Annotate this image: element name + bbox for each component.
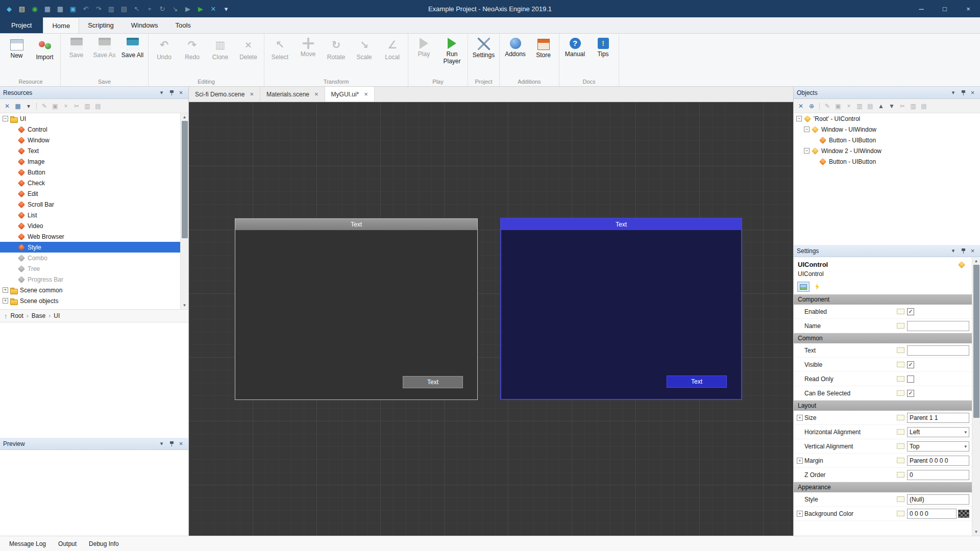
undo-icon[interactable]: ↶	[81, 4, 91, 14]
export-icon[interactable]: ▤	[866, 102, 875, 111]
settings-tab-properties[interactable]	[797, 282, 810, 292]
cut-icon[interactable]: ✂	[72, 102, 81, 111]
default-indicator[interactable]	[897, 458, 904, 463]
panel-menu-icon[interactable]	[157, 88, 166, 97]
resources-scrollbar[interactable]	[180, 113, 188, 309]
resources-item-edit[interactable]: Edit	[0, 188, 180, 199]
up-directory-icon[interactable]: ↑	[4, 312, 8, 320]
resources-item-progress-bar[interactable]: Progress Bar	[0, 274, 180, 285]
app-icon[interactable]: ◆	[4, 4, 14, 14]
close-icon[interactable]	[177, 439, 185, 448]
resources-item-ui[interactable]: −UI	[0, 113, 180, 124]
input-style[interactable]: (Null)	[907, 494, 969, 505]
import-button[interactable]: Import	[31, 35, 59, 77]
dropdown-vertical-alignment[interactable]: Top▾	[907, 441, 969, 452]
resources-item-tree[interactable]: Tree	[0, 263, 180, 274]
copy-icon[interactable]: ▥	[106, 4, 116, 14]
import-icon[interactable]: ◉	[30, 4, 40, 14]
expand-icon[interactable]: +	[797, 511, 803, 517]
objects-item-window-2-uiwindow[interactable]: −Window 2 - UIWindow	[794, 145, 980, 156]
clone-icon[interactable]: ▥	[855, 102, 864, 111]
store-button[interactable]: Store	[529, 35, 557, 77]
delete-icon[interactable]: ×	[61, 102, 70, 111]
checkbox-visible[interactable]: ✓	[907, 361, 914, 368]
objects-item-button-uibutton[interactable]: Button - UIButton	[794, 156, 980, 167]
expand-icon[interactable]: +	[797, 458, 803, 464]
editor-options-icon[interactable]: ✕	[796, 102, 805, 111]
panel-menu-icon[interactable]	[157, 439, 166, 448]
input-name[interactable]	[907, 321, 969, 331]
scale-icon[interactable]: ↘	[170, 4, 180, 14]
canvas-window-1[interactable]: TextText	[235, 218, 478, 400]
scroll-down-icon[interactable]	[181, 302, 188, 309]
checkbox-enabled[interactable]: ✓	[907, 308, 914, 315]
ui-editor-canvas[interactable]: TextTextTextText	[189, 102, 793, 536]
objects-item-window-uiwindow[interactable]: −Window - UIWindow	[794, 124, 980, 135]
default-indicator[interactable]	[897, 443, 904, 449]
manual-button[interactable]: ?Manual	[561, 35, 589, 77]
dropdown-horizontal-alignment[interactable]: Left▾	[907, 427, 969, 437]
paste-icon[interactable]: ▤	[93, 102, 103, 111]
panel-menu-icon[interactable]	[949, 88, 958, 97]
input-size[interactable]: Parent 1 1	[907, 413, 969, 423]
move-icon[interactable]: +	[144, 4, 155, 14]
ui-window-button[interactable]: Text	[403, 376, 463, 388]
tree-expander-icon[interactable]: −	[804, 127, 810, 132]
ui-window-button[interactable]: Text	[667, 375, 727, 388]
editor-options-icon[interactable]: ✕	[3, 102, 12, 111]
tree-expander-icon[interactable]: +	[3, 287, 8, 293]
document-tab-mygui-ui[interactable]: MyGUI.ui*×	[325, 87, 375, 102]
ui-window-titlebar[interactable]: Text	[235, 219, 477, 230]
settings-button[interactable]: Settings	[470, 35, 498, 77]
move-up-icon[interactable]: ▲	[876, 102, 886, 111]
tree-expander-icon[interactable]: −	[804, 148, 810, 154]
resources-item-combo[interactable]: Combo	[0, 253, 180, 263]
default-indicator[interactable]	[897, 323, 904, 329]
default-indicator[interactable]	[897, 376, 904, 382]
paste-icon[interactable]: ▤	[119, 4, 129, 14]
close-icon[interactable]	[968, 88, 977, 97]
copy-icon[interactable]: ▥	[83, 102, 92, 111]
close-icon[interactable]	[968, 246, 977, 255]
menu-tab-home[interactable]: Home	[43, 17, 79, 33]
scroll-thumb[interactable]	[973, 265, 979, 418]
save-all-icon[interactable]: ▦	[55, 4, 65, 14]
close-button[interactable]: ×	[957, 0, 980, 17]
tree-expander-icon[interactable]: −	[3, 116, 8, 121]
tree-expander-icon[interactable]: −	[796, 116, 802, 121]
new-icon[interactable]: ▣	[834, 102, 843, 111]
view-caret-icon[interactable]: ▾	[24, 102, 33, 111]
pin-icon[interactable]	[167, 88, 176, 97]
run-player-button[interactable]: Run Player	[438, 35, 466, 77]
select-arrow-icon[interactable]: ↖	[132, 4, 142, 14]
pin-icon[interactable]	[959, 88, 967, 97]
settings-scrollbar[interactable]	[972, 257, 980, 536]
redo-icon[interactable]: ↷	[93, 4, 104, 14]
move-down-icon[interactable]: ▼	[887, 102, 896, 111]
menu-tab-windows[interactable]: Windows	[122, 17, 167, 33]
resources-item-scene-common[interactable]: +Scene common	[0, 285, 180, 295]
menu-tab-scripting[interactable]: Scripting	[79, 17, 122, 33]
view-options-icon[interactable]: ▦	[13, 102, 22, 111]
scroll-up-icon[interactable]	[181, 113, 188, 121]
statusbar-tab-output[interactable]: Output	[53, 538, 82, 549]
tab-close-icon[interactable]: ×	[364, 90, 368, 98]
resources-item-scroll-bar[interactable]: Scroll Bar	[0, 199, 180, 210]
default-indicator[interactable]	[897, 472, 904, 478]
new-resource-icon[interactable]: ▤	[17, 4, 27, 14]
edit-icon[interactable]: ✎	[823, 102, 832, 111]
input-background-color[interactable]: 0 0 0 0	[907, 509, 957, 519]
pin-icon[interactable]	[959, 246, 967, 255]
resources-item-web-browser[interactable]: Web Browser	[0, 231, 180, 242]
objects-item-root-uicontrol[interactable]: −'Root' - UIControl	[794, 113, 980, 124]
expand-icon[interactable]: +	[797, 415, 803, 421]
tab-close-icon[interactable]: ×	[314, 90, 318, 98]
close-icon[interactable]	[177, 88, 185, 97]
pin-icon[interactable]	[167, 439, 176, 448]
menu-tab-tools[interactable]: Tools	[166, 17, 199, 33]
checkbox-read-only[interactable]	[907, 375, 914, 383]
resources-item-style[interactable]: Style	[0, 242, 180, 253]
input-z-order[interactable]: 0	[907, 470, 969, 480]
resources-item-video[interactable]: Video	[0, 220, 180, 231]
default-indicator[interactable]	[897, 511, 904, 516]
